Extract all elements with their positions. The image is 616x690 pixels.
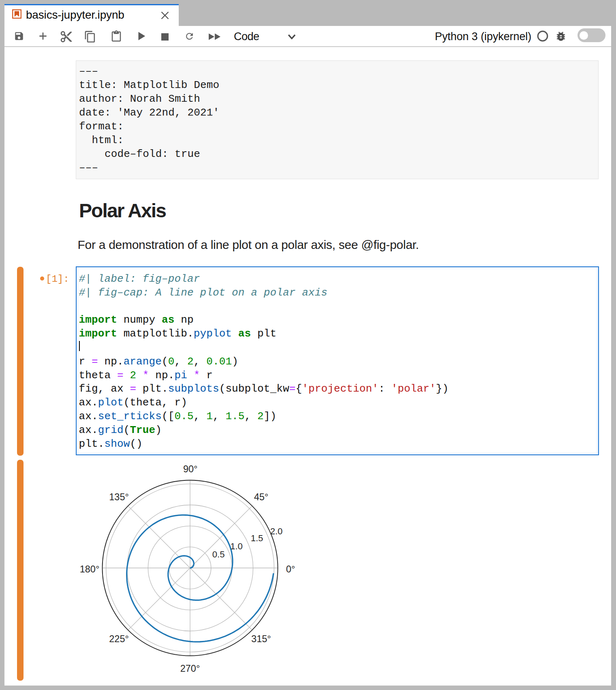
svg-text:270°: 270° <box>180 663 200 674</box>
svg-text:90°: 90° <box>183 464 198 474</box>
svg-text:45°: 45° <box>254 492 269 502</box>
svg-text:1.0: 1.0 <box>230 541 243 551</box>
svg-text:135°: 135° <box>109 492 129 502</box>
svg-text:0.5: 0.5 <box>212 549 225 559</box>
svg-text:315°: 315° <box>251 634 271 644</box>
svg-text:2.0: 2.0 <box>270 526 283 536</box>
svg-text:0°: 0° <box>286 564 295 574</box>
svg-text:225°: 225° <box>109 634 129 644</box>
svg-text:180°: 180° <box>80 564 100 574</box>
svg-text:1.5: 1.5 <box>251 533 263 543</box>
